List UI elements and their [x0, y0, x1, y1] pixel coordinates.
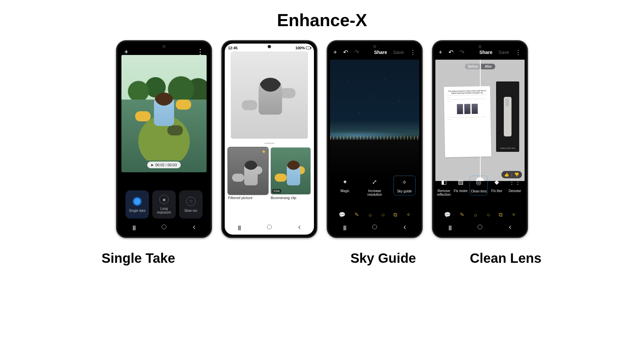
speaker-dot	[268, 45, 271, 48]
nav-back-icon[interactable]	[298, 222, 301, 232]
bottom-icons: 💬 ✎ ☼ ○ ⧉ ✧	[435, 212, 525, 218]
resolution-icon: ⤢	[370, 178, 379, 186]
phone-gallery: 12:45 100% ★ Filtered picture	[221, 40, 317, 238]
nav-recent-icon[interactable]	[238, 223, 241, 231]
main-preview[interactable]	[231, 52, 308, 139]
tool-clean-lens[interactable]: ◎ Clean lens	[470, 176, 488, 195]
clip-duration: 0:04	[272, 189, 281, 193]
compare-canvas[interactable]: Before After The Galaxy Enhance-X App Is…	[435, 60, 525, 181]
tool-fix-moire[interactable]: ▨ Fix moire	[451, 176, 470, 195]
more-icon[interactable]	[197, 48, 204, 56]
sparkle-icon[interactable]: ✧	[512, 212, 516, 218]
nav-recent-icon[interactable]	[448, 223, 451, 231]
page-title: Enhance-X	[77, 10, 567, 30]
speaker-dot	[373, 45, 376, 48]
thumb-filtered-picture[interactable]: ★ Filtered picture	[228, 147, 268, 200]
speaker-dot	[478, 45, 482, 48]
pencil-icon[interactable]: ✎	[460, 212, 464, 218]
tool-sky-guide[interactable]: ✧ Sky guide	[393, 176, 416, 195]
nav-home-icon[interactable]	[162, 225, 166, 229]
phones-row: 00:02 / 00:03 Single take ◉ Long exposur…	[77, 40, 567, 238]
blur-icon: ◆	[492, 178, 501, 186]
slow-mo-icon: ◌	[186, 197, 196, 206]
thumb-boomerang-clip[interactable]: 0:04 Boomerang clip	[271, 147, 311, 200]
status-battery: 100%	[296, 46, 311, 50]
tool-row: ✦ Magic ⤢ Increase resolution ✧ Sky guid…	[330, 176, 419, 198]
after-label: After	[481, 64, 495, 69]
phone-single-take: 00:02 / 00:03 Single take ◉ Long exposur…	[116, 40, 212, 238]
redo-icon	[460, 49, 465, 56]
nav-home-icon[interactable]	[267, 225, 272, 229]
phone-clean-lens: Share Save Before After The Galaxy Enhan…	[432, 40, 528, 238]
circle-icon[interactable]: ○	[381, 212, 385, 218]
sparkle-icon[interactable]: ✧	[406, 212, 411, 218]
add-icon[interactable]	[439, 49, 442, 56]
share-button[interactable]: Share	[374, 50, 387, 55]
speaker-dot	[162, 45, 166, 48]
more-icon[interactable]	[515, 49, 521, 56]
reflection-icon: ◧	[439, 178, 448, 186]
nav-back-icon[interactable]	[193, 222, 196, 232]
caption-sky-guide: Sky Guide	[322, 251, 444, 266]
tool-denoise[interactable]: ⋮⋮ Denoise	[506, 176, 524, 195]
night-sky-preview[interactable]	[330, 60, 419, 181]
denoise-icon: ⋮⋮	[511, 178, 519, 186]
camera-viewfinder: 00:02 / 00:03	[121, 55, 207, 172]
bottom-icons: 💬 ✎ ☼ ○ ⧉ ✧	[330, 212, 419, 218]
product-box: Galaxy S23 Ultra	[496, 81, 519, 152]
compare-divider[interactable]	[480, 60, 481, 181]
chat-icon[interactable]: 💬	[444, 212, 451, 218]
nav-home-icon[interactable]	[478, 225, 482, 229]
document-sheet: The Galaxy Enhance-X App Is Now Availabl…	[444, 86, 491, 157]
undo-icon[interactable]	[343, 49, 348, 56]
nav-recent-icon[interactable]	[132, 223, 136, 231]
redo-icon	[354, 49, 359, 56]
caption-row: Single Take Sky Guide Clean Lens	[77, 251, 567, 266]
single-take-icon	[132, 197, 142, 206]
android-navbar	[330, 221, 419, 233]
add-icon[interactable]	[124, 48, 128, 56]
caption-clean-lens: Clean Lens	[444, 251, 567, 266]
crop-icon[interactable]: ⧉	[499, 212, 502, 218]
drawer-handle[interactable]	[264, 143, 274, 144]
favorite-icon[interactable]: ★	[262, 149, 266, 154]
save-button: Save	[498, 50, 509, 55]
sky-guide-icon: ✧	[400, 178, 409, 187]
mode-long-exposure[interactable]: ◉ Long exposure	[152, 190, 176, 219]
mode-single-take[interactable]: Single take	[125, 190, 149, 219]
tool-fix-blur[interactable]: ◆ Fix blur	[488, 176, 506, 195]
circle-icon[interactable]: ○	[487, 212, 490, 218]
save-button: Save	[393, 50, 404, 55]
tool-increase-resolution[interactable]: ⤢ Increase resolution	[364, 176, 386, 198]
tool-row: ◧ Remove reflection ▨ Fix moire ◎ Clean …	[435, 176, 525, 198]
nav-back-icon[interactable]	[404, 222, 406, 232]
clean-lens-icon: ◎	[474, 178, 483, 187]
mode-slow-mo[interactable]: ◌ Slow mo	[179, 190, 203, 219]
tool-remove-reflection[interactable]: ◧ Remove reflection	[436, 176, 451, 198]
long-exposure-icon: ◉	[159, 195, 169, 204]
capture-modes: Single take ◉ Long exposure ◌ Slow mo	[119, 190, 209, 219]
brightness-icon[interactable]: ☼	[368, 212, 373, 218]
moire-icon: ▨	[456, 178, 465, 186]
crop-icon[interactable]: ⧉	[393, 212, 397, 218]
android-navbar	[119, 221, 209, 233]
tool-magic[interactable]: ✦ Magic	[334, 176, 356, 195]
nav-recent-icon[interactable]	[343, 223, 346, 231]
magic-icon: ✦	[340, 178, 349, 186]
share-button[interactable]: Share	[479, 50, 492, 55]
brightness-icon[interactable]: ☼	[473, 212, 478, 218]
status-time: 12:45	[228, 46, 237, 50]
chat-icon[interactable]: 💬	[339, 212, 345, 218]
more-icon[interactable]	[410, 49, 416, 56]
nav-back-icon[interactable]	[509, 222, 512, 232]
video-timecode[interactable]: 00:02 / 00:03	[147, 162, 181, 168]
nav-home-icon[interactable]	[372, 225, 377, 229]
pencil-icon[interactable]: ✎	[355, 212, 359, 218]
result-thumbnails: ★ Filtered picture 0:04 Boomerang clip	[228, 147, 311, 200]
undo-icon[interactable]	[448, 49, 453, 56]
android-navbar	[435, 221, 525, 233]
phone-sky-guide: Share Save ✦ Magic ⤢ Increase resolution	[327, 40, 423, 238]
add-icon[interactable]	[333, 49, 337, 56]
before-label: Before	[465, 64, 481, 69]
android-navbar	[225, 221, 314, 233]
